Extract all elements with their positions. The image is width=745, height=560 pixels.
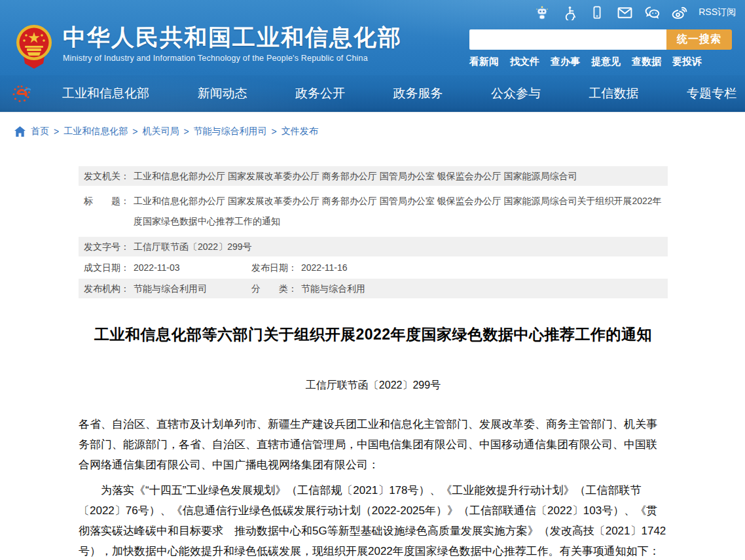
weibo-icon[interactable] (671, 4, 688, 21)
nav-items: 工业和信息化部 新闻动态 政务公开 政务服务 公众参与 工信数据 专题专栏 (62, 85, 736, 102)
site-title: 中华人民共和国工业和信息化部 (63, 24, 402, 50)
breadcrumb-miit[interactable]: 工业和信息化部 (64, 126, 128, 137)
accessibility-icon[interactable] (561, 4, 578, 21)
quick-link-services[interactable]: 查办事 (551, 56, 580, 68)
breadcrumb-separator: > (54, 126, 59, 137)
meta-value: 工信厅联节函〔2022〕299号 (134, 240, 252, 253)
meta-value-publish-date: 2022-11-16 (301, 261, 348, 274)
search-area: 统一搜索 看新闻 找文件 查办事 提意见 查数据 要投诉 (469, 29, 734, 68)
quick-link-news[interactable]: 看新闻 (469, 56, 499, 68)
nav-item-special-topics[interactable]: 专题专栏 (687, 85, 736, 102)
meta-row-title: 标 题： 工业和信息化部办公厅 国家发展改革委办公厅 商务部办公厅 国管局办公室… (79, 187, 668, 236)
breadcrumb-separator: > (272, 126, 277, 137)
meta-value-written-date: 2022-11-03 (134, 261, 180, 274)
meta-row-agency: 发文机关： 工业和信息化部办公厅 国家发展改革委办公厅 商务部办公厅 国管局办公… (79, 166, 668, 186)
wechat-icon[interactable] (644, 4, 661, 21)
meta-value: 工业和信息化部办公厅 国家发展改革委办公厅 商务部办公厅 国管局办公室 银保监会… (134, 191, 668, 232)
document-page: 发文机关： 工业和信息化部办公厅 国家发展改革委办公厅 商务部办公厅 国管局办公… (79, 166, 668, 560)
meta-label: 发文字号： (84, 240, 130, 253)
article-paragraph: 为落实《“十四五”工业绿色发展规划》（工信部规〔2021〕178号）、《工业能效… (79, 480, 668, 560)
article-title: 工业和信息化部等六部门关于组织开展2022年度国家绿色数据中心推荐工作的通知 (79, 324, 668, 345)
unified-search-button[interactable]: 统一搜索 (666, 29, 732, 50)
breadcrumb-document-release[interactable]: 文件发布 (282, 126, 318, 137)
header-utility-icons: RSS订阅 (534, 4, 736, 21)
breadcrumb-departments[interactable]: 机关司局 (142, 126, 179, 137)
meta-label: 分 类： (251, 282, 297, 295)
quick-link-feedback[interactable]: 提意见 (591, 56, 621, 68)
article-paragraph: 各省、自治区、直辖市及计划单列市、新疆生产建设兵团工业和信息化主管部门、发展改革… (79, 414, 668, 475)
meta-row-org: 发布机构： 节能与综合利用司 分 类： 节能与综合利用 (79, 279, 668, 298)
meta-row-doc-number: 发文字号： 工信厅联节函〔2022〕299号 (79, 237, 668, 256)
search-input[interactable] (469, 29, 666, 50)
quick-link-documents[interactable]: 找文件 (510, 56, 539, 68)
main-nav: 工业和信息化部 新闻动态 政务公开 政务服务 公众参与 工信数据 专题专栏 (0, 75, 745, 112)
home-icon[interactable] (14, 126, 26, 137)
meta-value: 工业和信息化部办公厅 国家发展改革委办公厅 商务部办公厅 国管局办公室 银保监会… (134, 169, 577, 183)
breadcrumb: 首页 > 工业和信息化部 > 机关司局 > 节能与综合利用司 > 文件发布 (0, 113, 745, 137)
meta-label: 发布机构： (84, 282, 130, 295)
meta-row-dates: 成文日期： 2022-11-03 发布日期： 2022-11-16 (79, 258, 668, 277)
nav-item-news[interactable]: 新闻动态 (198, 85, 247, 102)
site-subtitle: Ministry of Industry and Information Tec… (63, 54, 402, 63)
meta-label: 发布日期： (251, 261, 297, 274)
article-doc-number: 工信厅联节函〔2022〕299号 (79, 379, 668, 393)
quick-link-complaint[interactable]: 要投诉 (672, 56, 702, 68)
mobile-icon[interactable] (589, 4, 606, 21)
nav-item-public-participation[interactable]: 公众参与 (491, 85, 541, 102)
quick-link-data[interactable]: 查数据 (632, 56, 661, 68)
nav-item-gov-disclosure[interactable]: 政务公开 (295, 85, 345, 102)
breadcrumb-energy-dept[interactable]: 节能与综合利用司 (194, 126, 267, 137)
nav-item-gov-services[interactable]: 政务服务 (393, 85, 443, 102)
breadcrumb-separator: > (183, 126, 189, 137)
quick-links: 看新闻 找文件 查办事 提意见 查数据 要投诉 (469, 56, 734, 68)
meta-label: 发文机关： (84, 169, 130, 183)
article-body: 各省、自治区、直辖市及计划单列市、新疆生产建设兵团工业和信息化主管部门、发展改革… (79, 414, 668, 560)
meta-label: 成文日期： (84, 261, 130, 274)
site-brand: 中华人民共和国工业和信息化部 Ministry of Industry and … (16, 24, 402, 69)
meta-value-publisher: 节能与综合利用司 (134, 282, 207, 295)
nav-item-miit-data[interactable]: 工信数据 (589, 85, 639, 102)
nav-item-miit[interactable]: 工业和信息化部 (62, 85, 149, 102)
meta-label: 标 题： (84, 191, 130, 232)
national-emblem-icon (16, 24, 52, 69)
breadcrumb-separator: > (132, 126, 137, 137)
miit-e-logo-icon (12, 84, 31, 103)
breadcrumb-home[interactable]: 首页 (31, 126, 49, 137)
meta-value-category: 节能与综合利用 (301, 282, 365, 295)
mail-icon[interactable] (616, 4, 633, 21)
rss-subscribe-link[interactable]: RSS订阅 (699, 7, 736, 18)
site-header: RSS订阅 中华人民共和国工业和信息化部 Ministry of Industr… (0, 0, 745, 113)
robot-assistant-icon[interactable] (534, 4, 551, 21)
